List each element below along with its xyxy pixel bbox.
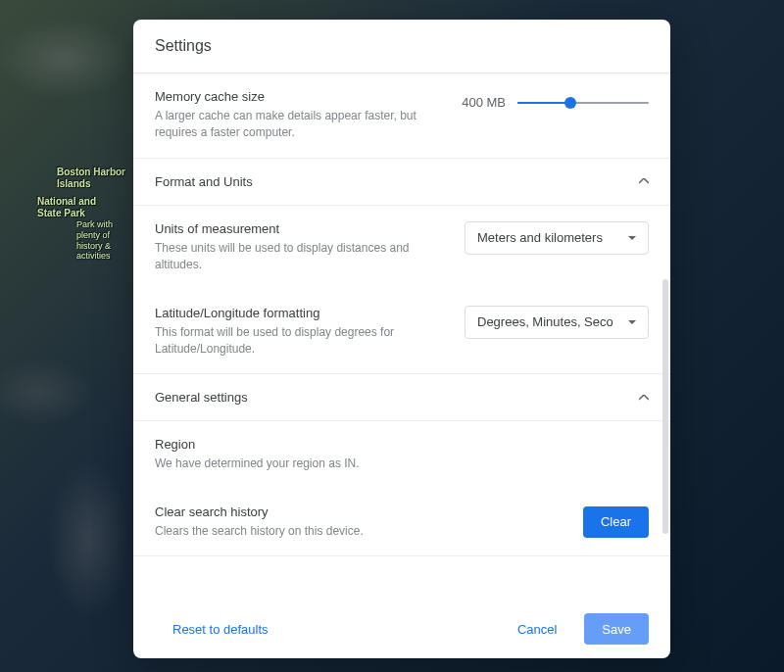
section-title-general: General settings [155,390,639,405]
clear-history-desc: Clears the search history on this device… [155,523,567,540]
dialog-footer: Reset to defaults Cancel Save [133,599,670,658]
section-header-format-units[interactable]: Format and Units [133,159,670,205]
clear-history-title: Clear search history [155,504,567,519]
latlng-row: Latitude/Longitude formatting This forma… [133,290,670,374]
caret-down-icon [628,320,636,324]
map-poi-sublabel: Park withplenty ofhistory &activities [76,219,113,262]
section-title-format: Format and Units [155,174,639,189]
dialog-body[interactable]: Memory cache size A larger cache can mak… [133,73,670,599]
memory-cache-desc: A larger cache can make details appear f… [155,108,446,142]
region-desc: We have determined your region as IN. [155,456,649,472]
map-poi-label: National andState Park [37,196,96,219]
settings-dialog: Settings Memory cache size A larger cach… [133,20,670,658]
dialog-header: Settings [133,20,670,73]
slider-fill [517,102,570,104]
units-dropdown[interactable]: Meters and kilometers [465,221,649,255]
chevron-up-icon [639,393,649,403]
reset-defaults-button[interactable]: Reset to defaults [155,613,286,645]
caret-down-icon [628,236,636,240]
save-button[interactable]: Save [584,613,649,645]
latlng-desc: This format will be used to display degr… [155,324,449,359]
memory-cache-title: Memory cache size [155,89,446,104]
slider-thumb[interactable] [564,97,576,109]
scrollbar-thumb[interactable] [662,279,668,534]
dialog-title: Settings [155,37,649,55]
units-title: Units of measurement [155,221,449,236]
memory-cache-value: 400 MB [462,95,506,110]
cancel-button[interactable]: Cancel [500,613,574,645]
clear-button[interactable]: Clear [583,506,649,538]
memory-cache-row: Memory cache size A larger cache can mak… [133,73,670,158]
latlng-dropdown[interactable]: Degrees, Minutes, Seco [465,306,649,339]
latlng-title: Latitude/Longitude formatting [155,306,449,320]
chevron-up-icon [639,176,649,186]
units-desc: These units will be used to display dist… [155,240,449,274]
units-row: Units of measurement These units will be… [133,206,670,290]
map-poi-label: Boston HarborIslands [57,167,125,190]
latlng-selected: Degrees, Minutes, Seco [477,314,628,329]
units-selected: Meters and kilometers [477,230,628,245]
section-header-general[interactable]: General settings [133,374,670,420]
clear-history-row: Clear search history Clears the search h… [133,489,670,555]
region-row: Region We have determined your region as… [133,421,670,488]
memory-cache-slider[interactable] [517,96,649,110]
region-title: Region [155,437,649,452]
